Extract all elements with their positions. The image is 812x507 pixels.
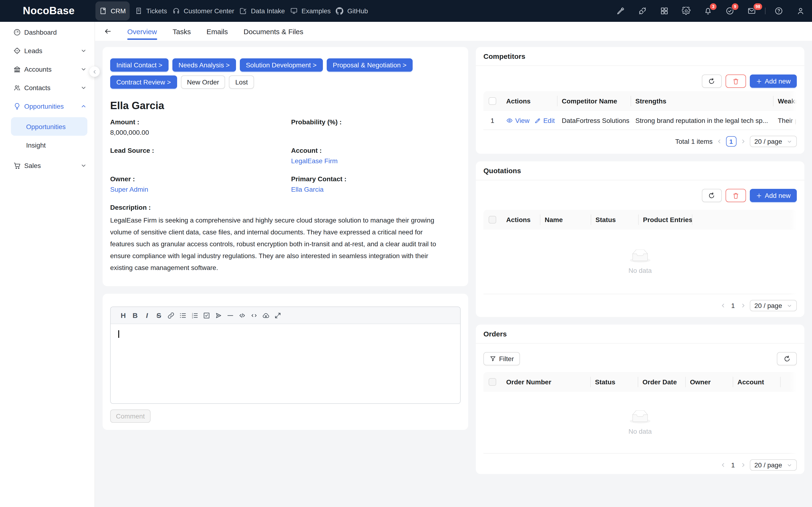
delete-button[interactable] <box>725 74 746 88</box>
delete-button[interactable] <box>725 189 746 202</box>
stage-button-proposal-negotiation[interactable]: Proposal & Negotiation > <box>326 58 413 72</box>
tab-tasks[interactable]: Tasks <box>172 22 191 41</box>
owner-link[interactable]: Super Admin <box>110 184 280 194</box>
ordered-list-icon[interactable] <box>189 307 200 324</box>
upload-icon[interactable] <box>260 307 271 324</box>
sidebar-item-opportunities[interactable]: Opportunities <box>0 97 95 115</box>
chevron-right-icon[interactable] <box>740 303 746 308</box>
horizontal-rule-icon[interactable] <box>224 307 236 324</box>
inline-code-icon[interactable] <box>248 307 260 324</box>
tab-documents-files[interactable]: Documents & Files <box>244 22 303 41</box>
sidebar-item-leads[interactable]: Leads <box>0 41 95 60</box>
heading-icon[interactable]: H <box>117 307 129 324</box>
select-all-checkbox[interactable] <box>489 378 496 386</box>
stage-button-initial-contact[interactable]: Initial Contact > <box>110 58 168 72</box>
check-circle-icon[interactable]: 9 <box>725 7 734 15</box>
column-header-order-date[interactable]: Order Date <box>638 372 685 392</box>
refresh-button[interactable] <box>777 352 797 365</box>
sidebar-item-accounts[interactable]: Accounts <box>0 60 95 78</box>
column-header-actions[interactable]: Actions <box>501 91 557 111</box>
strikethrough-icon[interactable]: S <box>153 307 165 324</box>
content: Initial Contact > Needs Analysis > Solut… <box>95 41 812 507</box>
sidebar-item-dashboard[interactable]: Dashboard <box>0 23 95 41</box>
select-all-cell[interactable] <box>484 91 501 111</box>
nav-item-customer-center[interactable]: Customer Center <box>172 1 234 20</box>
column-header-status[interactable]: Status <box>590 372 638 392</box>
pagination-current-page[interactable]: 1 <box>729 461 736 469</box>
column-header-order-number[interactable]: Order Number <box>501 372 590 392</box>
tab-overview[interactable]: Overview <box>127 22 157 41</box>
field-value: 8,000,000.00 <box>110 127 280 137</box>
select-all-cell[interactable] <box>484 210 501 230</box>
bell-icon[interactable]: 3 <box>704 7 712 15</box>
send-icon[interactable] <box>212 307 224 324</box>
page-size-select[interactable]: 20 / page <box>750 459 797 471</box>
lost-button[interactable]: Lost <box>229 75 254 89</box>
editor-textarea[interactable] <box>111 324 460 403</box>
bold-icon[interactable]: B <box>129 307 141 324</box>
tab-emails[interactable]: Emails <box>207 22 228 41</box>
add-new-button[interactable]: Add new <box>750 189 797 202</box>
primary-contact-link[interactable]: Ella Garcia <box>291 184 461 194</box>
page-size-select[interactable]: 20 / page <box>750 300 797 311</box>
column-header-competitor-name[interactable]: Competitor Name <box>557 91 630 111</box>
gear-icon[interactable] <box>682 7 691 15</box>
select-all-cell[interactable] <box>484 372 501 392</box>
chevron-right-icon[interactable] <box>740 462 746 468</box>
help-icon[interactable] <box>774 7 783 15</box>
user-icon[interactable] <box>796 7 805 15</box>
pagination-current-page[interactable]: 1 <box>729 302 736 309</box>
bullet-list-icon[interactable] <box>176 307 189 324</box>
comment-button[interactable]: Comment <box>110 409 151 423</box>
view-link[interactable]: View <box>506 116 529 124</box>
select-all-checkbox[interactable] <box>489 216 496 223</box>
nav-item-tickets[interactable]: Tickets <box>135 1 167 20</box>
column-header-weaknesses[interactable]: Weaknesses <box>773 91 797 111</box>
sidebar-item-opportunities-sub[interactable]: Opportunities <box>11 117 87 136</box>
sidebar-collapse-button[interactable] <box>89 66 100 77</box>
refresh-button[interactable] <box>702 74 721 88</box>
highlighter-icon[interactable] <box>616 7 625 15</box>
pagination-current-page[interactable]: 1 <box>726 136 736 147</box>
column-header-status[interactable]: Status <box>591 210 638 230</box>
nav-item-data-intake[interactable]: Data Intake <box>240 1 285 20</box>
refresh-button[interactable] <box>702 189 721 202</box>
stage-button-needs-analysis[interactable]: Needs Analysis > <box>172 58 236 72</box>
chevron-right-icon[interactable] <box>740 138 746 144</box>
column-header-account[interactable]: Account <box>733 372 780 392</box>
column-header-name[interactable]: Name <box>540 210 591 230</box>
stage-button-solution-development[interactable]: Solution Development > <box>240 58 323 72</box>
edit-link[interactable]: Edit <box>534 116 555 124</box>
nav-item-examples[interactable]: Examples <box>290 1 331 20</box>
account-link[interactable]: LegalEase Firm <box>291 156 461 166</box>
new-order-button[interactable]: New Order <box>181 75 225 89</box>
column-header-strengths[interactable]: Strengths <box>630 91 773 111</box>
column-header-actions[interactable]: Actions <box>501 210 540 230</box>
sidebar-item-sales[interactable]: Sales <box>0 156 95 175</box>
link-icon[interactable] <box>165 307 176 324</box>
chevron-left-icon[interactable] <box>720 303 726 308</box>
select-all-checkbox[interactable] <box>489 97 496 105</box>
nav-item-crm[interactable]: CRM <box>95 1 130 20</box>
app: NocoBase CRM Tickets Customer Center Dat… <box>0 0 812 507</box>
blocks-icon[interactable] <box>660 7 669 15</box>
chevron-left-icon[interactable] <box>720 462 726 468</box>
nav-item-github[interactable]: GitHub <box>336 1 368 20</box>
column-header-owner[interactable]: Owner <box>685 372 733 392</box>
chevron-left-icon[interactable] <box>716 138 722 144</box>
page-size-select[interactable]: 20 / page <box>750 136 797 147</box>
add-new-button[interactable]: Add new <box>750 74 797 88</box>
back-arrow-icon[interactable] <box>104 27 112 35</box>
stage-button-contract-review[interactable]: Contract Review > <box>110 75 177 89</box>
column-header-product-entries[interactable]: Product Entries <box>638 210 692 230</box>
fullscreen-icon[interactable] <box>271 307 284 324</box>
check-square-icon[interactable] <box>200 307 212 324</box>
filter-button[interactable]: Filter <box>484 352 520 365</box>
table-row[interactable]: 1 View Edit DataFortress Solutions Stron… <box>484 111 797 130</box>
mail-icon[interactable]: 98 <box>748 7 756 15</box>
sidebar-item-contacts[interactable]: Contacts <box>0 78 95 97</box>
italic-icon[interactable]: I <box>141 307 153 324</box>
plug-icon[interactable] <box>638 7 647 15</box>
sidebar-item-insight[interactable]: Insight <box>0 136 95 154</box>
code-block-icon[interactable] <box>236 307 248 324</box>
